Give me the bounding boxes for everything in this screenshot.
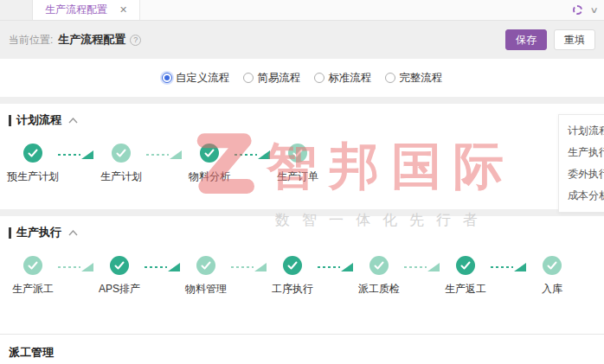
step-production-dispatch[interactable]: 生产派工 <box>9 256 57 297</box>
tab-bar: 生产流程配置 ✕ ∨ <box>0 0 604 21</box>
radio-label: 标准流程 <box>328 71 371 86</box>
collapse-chevron-icon[interactable] <box>68 230 78 236</box>
check-circle-icon <box>288 144 307 163</box>
step-label: 预生产计划 <box>7 169 59 184</box>
dashed-arrow-icon <box>403 260 441 275</box>
step-label: 生产计划 <box>100 169 142 184</box>
tab-label: 生产流程配置 <box>45 3 107 17</box>
check-circle-icon <box>456 256 475 275</box>
radio-complete-flow[interactable]: 完整流程 <box>385 71 442 86</box>
step-aps-scheduling[interactable]: APS排产 <box>95 256 144 297</box>
step-pre-production-plan[interactable]: 预生产计划 <box>9 144 57 184</box>
anchor-item-plan-flow[interactable]: 计划流程 <box>568 120 604 142</box>
step-material-analysis[interactable]: 物料分析 <box>185 144 234 184</box>
check-circle-icon <box>112 144 131 163</box>
radio-icon <box>243 73 254 83</box>
check-circle-icon <box>283 256 302 275</box>
radio-icon <box>314 73 324 83</box>
anchor-menu: 计划流程 生产执行 委外执行 成本分析 <box>558 114 604 213</box>
radio-icon <box>162 73 172 83</box>
step-label: 工序执行 <box>272 282 313 297</box>
dashed-arrow-icon <box>234 148 273 163</box>
dashed-arrow-icon <box>230 260 268 275</box>
step-material-management[interactable]: 物料管理 <box>182 256 230 297</box>
refill-button[interactable]: 重填 <box>554 29 595 50</box>
check-circle-icon <box>23 256 42 275</box>
dashed-arrow-icon <box>144 260 182 275</box>
section-dispatch-management: 派工管理 <box>0 334 604 361</box>
divider-strip <box>0 97 604 104</box>
step-label: 物料管理 <box>185 282 227 297</box>
anchor-item-production-execution[interactable]: 生产执行 <box>568 142 604 163</box>
check-circle-icon <box>369 256 389 275</box>
breadcrumb-label: 当前位置: <box>9 33 53 48</box>
refresh-icon[interactable] <box>573 5 582 15</box>
step-label: 生产返工 <box>445 282 486 297</box>
check-circle-icon <box>110 256 129 275</box>
radio-label: 完整流程 <box>399 71 442 86</box>
step-label: 物料分析 <box>189 169 230 184</box>
dashed-arrow-icon <box>317 260 355 275</box>
step-label: 生产订单 <box>277 169 318 184</box>
chevron-down-icon[interactable]: ∨ <box>589 5 598 15</box>
tab-close-icon[interactable]: ✕ <box>119 5 127 15</box>
radio-label: 简易流程 <box>257 71 300 86</box>
section-production-execution-header[interactable]: 生产执行 <box>9 216 595 240</box>
plan-flow-steps: 预生产计划 生产计划 物料分析 <box>9 144 595 184</box>
section-production-execution: 生产执行 生产派工 APS排产 <box>0 216 604 334</box>
section-marker <box>9 227 11 239</box>
radio-label: 自定义流程 <box>176 71 230 86</box>
step-label: 入库 <box>542 282 562 297</box>
section-title: 生产执行 <box>16 225 61 240</box>
radio-custom-flow[interactable]: 自定义流程 <box>162 71 230 86</box>
tab-production-flow-config[interactable]: 生产流程配置 ✕ <box>33 0 140 20</box>
radio-standard-flow[interactable]: 标准流程 <box>314 71 371 86</box>
dashed-arrow-icon <box>145 148 185 163</box>
section-marker <box>9 115 11 126</box>
section-title: 计划流程 <box>16 112 61 128</box>
step-label: 派工质检 <box>358 282 400 297</box>
step-production-plan[interactable]: 生产计划 <box>97 144 145 184</box>
dashed-arrow-icon <box>57 260 95 275</box>
step-label: APS排产 <box>99 282 140 297</box>
toolbar: 当前位置: 生产流程配置 ? 保存 重填 <box>0 21 604 59</box>
production-execution-steps: 生产派工 APS排产 物料管理 <box>9 256 595 297</box>
check-circle-icon <box>196 256 215 275</box>
step-dispatch-quality-check[interactable]: 派工质检 <box>355 256 403 297</box>
radio-simple-flow[interactable]: 简易流程 <box>243 71 300 86</box>
flow-type-radio-group: 自定义流程 简易流程 标准流程 完整流程 <box>0 59 604 97</box>
production-flow-config-screen: 生产流程配置 ✕ ∨ 当前位置: 生产流程配置 ? 保存 重填 自定义流程 简易… <box>0 0 604 364</box>
check-circle-icon <box>200 144 219 163</box>
step-label: 生产派工 <box>12 282 54 297</box>
section-plan-flow: 计划流程 预生产计划 生产计划 <box>0 104 604 209</box>
anchor-item-cost-analysis[interactable]: 成本分析 <box>568 185 604 207</box>
section-title: 派工管理 <box>9 346 54 359</box>
help-icon[interactable]: ? <box>130 35 141 46</box>
anchor-item-outsourcing-execution[interactable]: 委外执行 <box>568 163 604 185</box>
dashed-arrow-icon <box>57 148 97 163</box>
radio-icon <box>385 73 395 83</box>
page-title: 生产流程配置 <box>58 32 125 48</box>
divider-strip <box>0 209 604 216</box>
tab-bar-spacer <box>0 0 33 20</box>
step-process-execution[interactable]: 工序执行 <box>268 256 317 297</box>
save-button[interactable]: 保存 <box>505 29 547 50</box>
section-plan-flow-header[interactable]: 计划流程 <box>9 104 595 128</box>
check-circle-icon <box>543 256 562 275</box>
dashed-arrow-icon <box>490 260 528 275</box>
step-production-order[interactable]: 生产订单 <box>273 144 322 184</box>
collapse-chevron-icon[interactable] <box>68 118 78 124</box>
step-warehousing[interactable]: 入库 <box>528 256 576 297</box>
check-circle-icon <box>23 144 42 163</box>
step-production-rework[interactable]: 生产返工 <box>441 256 490 297</box>
